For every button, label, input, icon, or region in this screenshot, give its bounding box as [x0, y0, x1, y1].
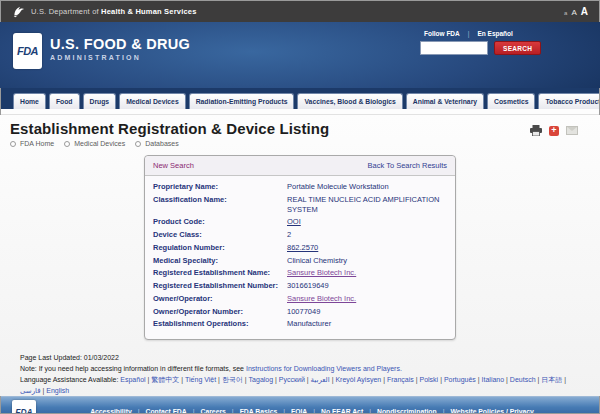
lang-kreyol-link[interactable]: Kreyòl Ayisyen: [335, 376, 387, 383]
masthead-link-separator: |: [468, 30, 470, 37]
owner-operator-link[interactable]: Sansure Biotech Inc.: [287, 294, 447, 304]
search-row: SEARCH: [420, 41, 570, 55]
hhs-top-bar: U.S. Department of Health & Human Servic…: [0, 0, 600, 22]
table-row: Regulation Number: 862.2570: [153, 243, 447, 253]
lang-farsi-link[interactable]: فارسی: [20, 387, 46, 394]
lang-polish-link[interactable]: Polski: [420, 376, 444, 383]
tab-tobacco-products[interactable]: Tobacco Products: [538, 93, 600, 109]
footer-fda-logo[interactable]: FDA: [12, 400, 36, 414]
footer-link-careers[interactable]: Careers: [201, 408, 226, 414]
lang-portuguese-link[interactable]: Português: [444, 376, 482, 383]
breadcrumb-label: Medical Devices: [74, 140, 125, 147]
language-label: Language Assistance Available:: [20, 376, 118, 383]
device-class-value: 2: [287, 230, 447, 240]
lang-french-link[interactable]: Français: [387, 376, 420, 383]
page-title: Establishment Registration & Device List…: [10, 120, 590, 137]
follow-fda-link[interactable]: Follow FDA: [424, 30, 460, 37]
breadcrumb-bullet-icon: [10, 141, 16, 147]
new-search-link[interactable]: New Search: [153, 161, 194, 170]
search-button[interactable]: SEARCH: [494, 41, 541, 55]
font-size-medium-button[interactable]: A: [571, 8, 576, 17]
footer-link-no-fear-act[interactable]: No FEAR Act: [321, 408, 363, 414]
note-prefix: Note: If you need help accessing informa…: [20, 365, 246, 372]
field-label: Product Code:: [153, 217, 287, 227]
viewers-players-link[interactable]: Instructions for Downloading Viewers and…: [246, 365, 402, 372]
lang-italian-link[interactable]: Italiano: [482, 376, 510, 383]
back-to-search-results-link[interactable]: Back To Search Results: [368, 161, 447, 170]
lang-english-link[interactable]: English: [46, 387, 69, 394]
field-label: Device Class:: [153, 230, 287, 240]
tab-food[interactable]: Food: [49, 93, 80, 109]
regulation-number-link[interactable]: 862.2570: [287, 243, 447, 253]
field-label: Establishment Operations:: [153, 319, 287, 329]
product-code-link[interactable]: OOI: [287, 217, 447, 227]
footer-separator: |: [138, 408, 140, 414]
tab-medical-devices[interactable]: Medical Devices: [119, 93, 186, 109]
table-row: Registered Establishment Number: 3016619…: [153, 281, 447, 291]
lang-tagalog-link[interactable]: Tagalog: [249, 376, 279, 383]
breadcrumb-medical-devices[interactable]: Medical Devices: [64, 140, 125, 147]
footer-link-fda-basics[interactable]: FDA Basics: [240, 408, 278, 414]
footer-link-contact-fda[interactable]: Contact FDA: [146, 408, 187, 414]
footer-links: Accessibility| Contact FDA| Careers| FDA…: [36, 408, 588, 414]
footer-separator: |: [313, 408, 315, 414]
panel-header: New Search Back To Search Results: [145, 156, 455, 176]
lang-german-link[interactable]: Deutsch: [510, 376, 541, 383]
device-detail-panel: New Search Back To Search Results Propri…: [144, 155, 456, 340]
table-row: Owner/Operator Number: 10077049: [153, 307, 447, 317]
breadcrumb-fda-home[interactable]: FDA Home: [10, 140, 54, 147]
tab-drugs[interactable]: Drugs: [83, 93, 117, 109]
font-size-large-button[interactable]: A: [581, 6, 588, 17]
page-info: Page Last Updated: 01/03/2022 Note: If y…: [10, 353, 590, 396]
format-note: Note: If you need help accessing informa…: [20, 364, 580, 375]
field-label: Registered Establishment Name:: [153, 268, 287, 278]
print-icon[interactable]: [530, 125, 542, 136]
footer-separator: |: [443, 408, 445, 414]
registered-establishment-name-link[interactable]: Sansure Biotech Inc.: [287, 268, 447, 278]
tab-radiation-emitting-products[interactable]: Radiation-Emitting Products: [189, 93, 295, 109]
lang-espanol-link[interactable]: Español: [120, 376, 151, 383]
breadcrumb-databases[interactable]: Databases: [135, 140, 178, 147]
fda-logo-text: FDA: [17, 45, 38, 57]
table-row: Medical Specialty: Clinical Chemistry: [153, 256, 447, 266]
email-icon[interactable]: [566, 126, 578, 135]
detail-rows: Proprietary Name: Portable Molecule Work…: [145, 176, 455, 339]
en-espanol-link[interactable]: En Español: [477, 30, 512, 37]
fda-brand-line2: ADMINISTRATION: [50, 54, 190, 61]
field-label: Proprietary Name:: [153, 182, 287, 192]
breadcrumb: FDA Home Medical Devices Databases: [10, 140, 590, 147]
fda-logo[interactable]: FDA: [13, 33, 42, 69]
lang-arabic-link[interactable]: العربية: [311, 376, 336, 383]
search-input[interactable]: [420, 41, 488, 55]
language-assistance: Language Assistance Available: Español繁體…: [20, 375, 580, 396]
tab-vaccines-blood-biologics[interactable]: Vaccines, Blood & Biologics: [297, 93, 402, 109]
fda-brand: U.S. FOOD & DRUG ADMINISTRATION: [50, 36, 190, 61]
field-label: Registered Establishment Number:: [153, 281, 287, 291]
masthead-right: Follow FDA | En Español SEARCH: [420, 30, 570, 55]
footer-link-accessibility[interactable]: Accessibility: [90, 408, 132, 414]
field-label: Medical Specialty:: [153, 256, 287, 266]
primary-nav: Home Food Drugs Medical Devices Radiatio…: [0, 88, 600, 115]
font-size-small-button[interactable]: a: [564, 10, 567, 16]
lang-vietnamese-link[interactable]: Tiếng Việt: [185, 376, 222, 383]
tab-home[interactable]: Home: [13, 93, 46, 109]
lang-chinese-link[interactable]: 繁體中文: [151, 376, 185, 383]
footer-link-foia[interactable]: FOIA: [291, 408, 307, 414]
owner-operator-number-value: 10077049: [287, 307, 447, 317]
fda-page: U.S. Department of Health & Human Servic…: [0, 0, 600, 414]
table-row: Classification Name: REAL TIME NUCLEIC A…: [153, 195, 447, 215]
hhs-dept-prefix: U.S. Department of: [31, 7, 99, 16]
tab-animal-veterinary[interactable]: Animal & Veterinary: [406, 93, 484, 109]
field-label: Regulation Number:: [153, 243, 287, 253]
last-updated-text: Page Last Updated: 01/03/2022: [20, 353, 580, 364]
footer-link-website-policies[interactable]: Website Policies / Privacy: [450, 408, 533, 414]
lang-japanese-link[interactable]: 日本語: [541, 376, 566, 383]
table-row: Product Code: OOI: [153, 217, 447, 227]
fda-brand-line1: U.S. FOOD & DRUG: [50, 36, 190, 52]
share-plus-icon[interactable]: +: [549, 126, 559, 136]
hhs-dept-name: Health & Human Services: [101, 7, 196, 16]
footer-link-nondiscrimination[interactable]: Nondiscrimination: [377, 408, 437, 414]
tab-cosmetics[interactable]: Cosmetics: [487, 93, 535, 109]
lang-russian-link[interactable]: Русский: [279, 376, 311, 383]
lang-korean-link[interactable]: 한국어: [222, 376, 249, 383]
